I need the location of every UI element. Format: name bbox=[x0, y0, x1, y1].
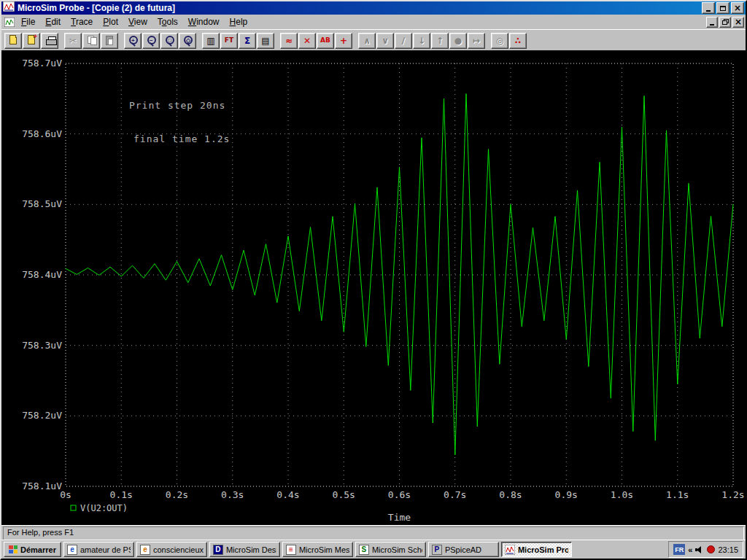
menu-view[interactable]: View bbox=[123, 15, 152, 29]
zoom-fit-icon: ◇ bbox=[184, 36, 191, 46]
performance-analysis-button[interactable]: Σ bbox=[239, 33, 256, 49]
y-tick-label: 758.3uV bbox=[22, 340, 62, 351]
toggle-cursor-icon: + bbox=[340, 36, 347, 45]
schematics-icon: S bbox=[359, 545, 369, 555]
plot-area[interactable]: 758.1uV758.2uV758.3uV758.4uV758.5uV758.6… bbox=[1, 50, 746, 525]
minimize-button[interactable] bbox=[702, 2, 715, 14]
start-button[interactable]: Démarrer bbox=[4, 542, 61, 557]
task-label: consciencieux -... bbox=[153, 545, 204, 554]
x-tick-label: 0.1s bbox=[110, 489, 133, 500]
clock: 23:15 bbox=[718, 545, 738, 554]
y-tick-label: 758.4uV bbox=[22, 269, 62, 280]
x-tick-label: 0.6s bbox=[388, 489, 411, 500]
volume-icon[interactable] bbox=[695, 545, 704, 554]
cursor-point-button: ● bbox=[449, 33, 467, 49]
cut-icon: ✂ bbox=[69, 36, 77, 45]
menu-items: FileEditTracePlotViewToolsWindowHelp bbox=[16, 15, 252, 29]
toggle-cursor-button[interactable]: + bbox=[335, 33, 352, 49]
child-minimize-icon bbox=[710, 24, 714, 26]
x-tick-label: 1.2s bbox=[721, 489, 744, 500]
start-label: Démarrer bbox=[20, 545, 56, 554]
zoom-out-button[interactable]: − bbox=[142, 33, 160, 49]
cursor-min-icon: ↓ bbox=[418, 36, 425, 45]
cursor-point-icon: ● bbox=[454, 36, 462, 45]
cursor-max-button: ↑ bbox=[431, 33, 449, 49]
y-tick-label: 758.6uV bbox=[22, 128, 62, 139]
menu-file[interactable]: File bbox=[16, 15, 40, 29]
y-tick-label: 758.1uV bbox=[22, 481, 62, 491]
zoom-area-button[interactable]: □ bbox=[160, 33, 178, 49]
x-tick-label: 0.9s bbox=[555, 489, 578, 500]
task-button-microsim-desig[interactable]: DMicroSim Desig... bbox=[209, 542, 280, 557]
x-tick-label: 0.7s bbox=[444, 489, 466, 500]
fourier-button[interactable]: FT bbox=[220, 33, 238, 49]
task-label: MicroSim Pro... bbox=[518, 545, 568, 554]
pspice-icon: P bbox=[432, 545, 442, 555]
menu-help[interactable]: Help bbox=[225, 15, 253, 29]
cut-button: ✂ bbox=[64, 33, 82, 49]
zoom-fit-button[interactable]: ◇ bbox=[179, 33, 196, 49]
text-label-button[interactable]: AB bbox=[317, 33, 334, 49]
log-x-axis-button[interactable]: ▥ bbox=[202, 33, 220, 49]
x-tick-label: 0.5s bbox=[333, 489, 355, 500]
child-close-icon: × bbox=[735, 18, 742, 26]
task-button-pspicead[interactable]: PPSpiceAD bbox=[428, 542, 499, 557]
zoom-in-button[interactable]: + bbox=[124, 33, 142, 49]
task-button-consciencieux[interactable]: econsciencieux -... bbox=[136, 542, 207, 557]
child-close-button[interactable]: × bbox=[732, 17, 744, 28]
windows-logo-icon bbox=[9, 545, 18, 553]
delete-traces-button[interactable]: ✕ bbox=[298, 33, 316, 49]
task-label: MicroSim Desig... bbox=[226, 545, 276, 554]
menu-edit[interactable]: Edit bbox=[40, 15, 66, 29]
legend-marker bbox=[71, 505, 76, 510]
menu-plot[interactable]: Plot bbox=[98, 15, 123, 29]
toolbar-separator bbox=[197, 33, 202, 49]
paste-button bbox=[101, 33, 118, 49]
zoom-cursor-button: ◎ bbox=[491, 33, 508, 49]
add-trace-icon: ≈ bbox=[285, 36, 293, 45]
log-y-axis-icon: ▤ bbox=[261, 36, 269, 45]
cursor-search-icon: ↦ bbox=[473, 36, 480, 45]
close-button[interactable]: × bbox=[731, 2, 744, 14]
child-window-icon[interactable] bbox=[4, 18, 15, 27]
maximize-button[interactable] bbox=[716, 2, 729, 14]
task-label: MicroSim Sche... bbox=[372, 545, 422, 554]
tray-chevron[interactable]: « bbox=[688, 545, 692, 554]
cursor-slope-button: ∕ bbox=[395, 33, 412, 49]
zoom-out-icon: − bbox=[147, 36, 155, 46]
probe-chart: 758.1uV758.2uV758.3uV758.4uV758.5uV758.6… bbox=[1, 50, 746, 525]
menu-tools[interactable]: Tools bbox=[152, 15, 183, 29]
child-restore-button[interactable] bbox=[719, 17, 731, 28]
child-minimize-button[interactable] bbox=[706, 17, 718, 28]
open-append-button[interactable]: + bbox=[23, 33, 40, 49]
task-label: PSpiceAD bbox=[445, 545, 481, 554]
legend-label: V(U2:OUT) bbox=[80, 503, 128, 513]
fourier-icon: FT bbox=[225, 37, 233, 44]
task-button-microsim-pro[interactable]: MicroSim Pro... bbox=[501, 542, 572, 557]
x-tick-label: 1.0s bbox=[611, 489, 633, 500]
design-manager-icon: D bbox=[213, 545, 223, 555]
x-axis-title: Time bbox=[388, 512, 411, 523]
open-file-button[interactable] bbox=[4, 33, 22, 49]
copy-button bbox=[82, 33, 100, 49]
add-trace-button[interactable]: ≈ bbox=[280, 33, 298, 49]
red-status-icon[interactable] bbox=[707, 545, 715, 553]
task-label: MicroSim Messa... bbox=[299, 545, 349, 554]
status-bar: For Help, press F1 bbox=[1, 525, 746, 540]
language-indicator[interactable]: FR bbox=[673, 544, 685, 555]
menu-window[interactable]: Window bbox=[183, 15, 225, 29]
menu-trace[interactable]: Trace bbox=[66, 15, 98, 29]
print-button[interactable] bbox=[41, 33, 58, 49]
task-button-microsim-messa[interactable]: ≡MicroSim Messa... bbox=[282, 542, 353, 557]
delete-traces-icon: ✕ bbox=[303, 36, 311, 45]
maximize-icon bbox=[720, 6, 726, 11]
x-tick-label: 0.4s bbox=[276, 489, 299, 500]
log-y-axis-button[interactable]: ▤ bbox=[257, 33, 274, 49]
mark-points-button[interactable]: ∴ bbox=[509, 33, 527, 49]
trace-legend[interactable]: V(U2:OUT) bbox=[71, 503, 128, 513]
task-button-microsim-sche[interactable]: SMicroSim Sche... bbox=[355, 542, 426, 557]
web-page2-icon: e bbox=[140, 545, 150, 555]
task-button-amateur-de-ps[interactable]: eamateur de PS... bbox=[63, 542, 134, 557]
status-message: For Help, press F1 bbox=[3, 526, 744, 540]
paste-icon bbox=[106, 36, 113, 45]
